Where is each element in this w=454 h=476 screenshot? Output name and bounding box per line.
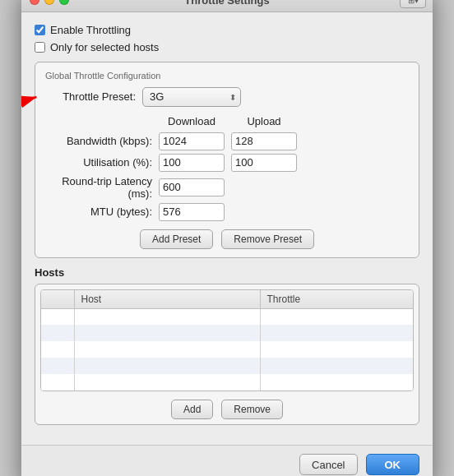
row-num-5 — [41, 374, 74, 391]
mtu-input[interactable] — [159, 203, 225, 221]
hosts-table-header-row: Host Throttle — [41, 290, 413, 309]
global-throttle-section: Global Throttle Configuration Throttle P… — [35, 62, 419, 258]
throttle-cell-1 — [260, 308, 413, 325]
enable-throttling-checkbox[interactable] — [35, 25, 45, 35]
table-row — [41, 358, 413, 374]
add-preset-button[interactable]: Add Preset — [140, 229, 213, 249]
row-num-4 — [41, 358, 74, 374]
throttle-preset-label: Throttle Preset: — [45, 90, 136, 103]
throttle-cell-5 — [260, 374, 413, 391]
host-cell-5 — [74, 374, 260, 391]
preset-row: Throttle Preset: 3G 2G Cable DSL Custom … — [45, 87, 409, 107]
global-section-title: Global Throttle Configuration — [45, 71, 409, 81]
download-header: Download — [159, 115, 225, 129]
row-num-2 — [41, 325, 74, 341]
row-num-1 — [41, 308, 74, 325]
only-selected-hosts-label: Only for selected hosts — [50, 41, 159, 53]
ok-button[interactable]: OK — [366, 454, 420, 475]
window: Throttle Settings ⊞▾ Enable Throttling O… — [21, 0, 433, 476]
throttle-cell-2 — [260, 325, 413, 341]
table-row — [41, 374, 413, 391]
minimize-button[interactable] — [44, 0, 54, 5]
hosts-section-title: Hosts — [35, 266, 419, 279]
enable-throttling-label: Enable Throttling — [50, 24, 131, 36]
fields-grid: Download Upload Bandwidth (kbps): Utilis… — [45, 115, 409, 221]
bandwidth-label: Bandwidth (kbps): — [45, 135, 152, 147]
row-number-header — [41, 290, 74, 309]
hosts-table-wrapper: Host Throttle — [40, 289, 414, 392]
row-num-3 — [41, 341, 74, 358]
bandwidth-download-input[interactable] — [159, 132, 225, 150]
hosts-buttons-row: Add Remove — [40, 400, 414, 419]
maximize-button[interactable] — [59, 0, 69, 5]
bottom-buttons: Cancel OK — [21, 445, 433, 476]
throttle-cell-3 — [260, 341, 413, 358]
utilisation-upload-input[interactable] — [231, 154, 297, 172]
preset-select-wrapper: 3G 2G Cable DSL Custom ⬍ — [142, 87, 241, 107]
remove-host-button[interactable]: Remove — [221, 400, 283, 419]
host-col-header: Host — [74, 290, 260, 309]
host-cell-4 — [74, 358, 260, 374]
latency-input[interactable] — [159, 178, 225, 196]
toolbar-icon: ⊞▾ — [408, 0, 419, 5]
hosts-box: Host Throttle — [35, 284, 419, 426]
host-cell-2 — [74, 325, 260, 341]
traffic-lights — [30, 0, 69, 5]
window-title: Throttle Settings — [184, 0, 269, 7]
table-row — [41, 341, 413, 358]
add-host-button[interactable]: Add — [171, 400, 213, 419]
throttle-cell-4 — [260, 358, 413, 374]
titlebar: Throttle Settings ⊞▾ — [21, 0, 433, 12]
utilisation-download-input[interactable] — [159, 154, 225, 172]
table-row — [41, 325, 413, 341]
utilisation-label: Utilisation (%): — [45, 156, 152, 169]
hosts-section: Hosts Host Throttle — [35, 266, 419, 426]
only-selected-hosts-row: Only for selected hosts — [35, 41, 419, 53]
latency-label: Round-trip Latency (ms): — [45, 175, 152, 200]
throttle-col-header: Throttle — [260, 290, 413, 309]
preset-buttons-row: Add Preset Remove Preset — [45, 229, 409, 249]
table-row — [41, 308, 413, 325]
mtu-label: MTU (bytes): — [45, 206, 152, 218]
only-selected-hosts-checkbox[interactable] — [35, 42, 45, 53]
remove-preset-button[interactable]: Remove Preset — [221, 229, 314, 249]
upload-header: Upload — [231, 115, 297, 129]
hosts-table: Host Throttle — [41, 290, 413, 391]
toolbar-icon-button[interactable]: ⊞▾ — [400, 0, 426, 8]
bandwidth-upload-input[interactable] — [231, 132, 297, 150]
red-arrow-indicator — [21, 82, 44, 112]
close-button[interactable] — [30, 0, 39, 5]
cancel-button[interactable]: Cancel — [299, 454, 357, 475]
host-cell-1 — [74, 308, 260, 325]
content-area: Enable Throttling Only for selected host… — [21, 12, 433, 446]
enable-throttling-row: Enable Throttling — [35, 24, 419, 36]
throttle-preset-select[interactable]: 3G 2G Cable DSL Custom — [142, 87, 241, 107]
host-cell-3 — [74, 341, 260, 358]
